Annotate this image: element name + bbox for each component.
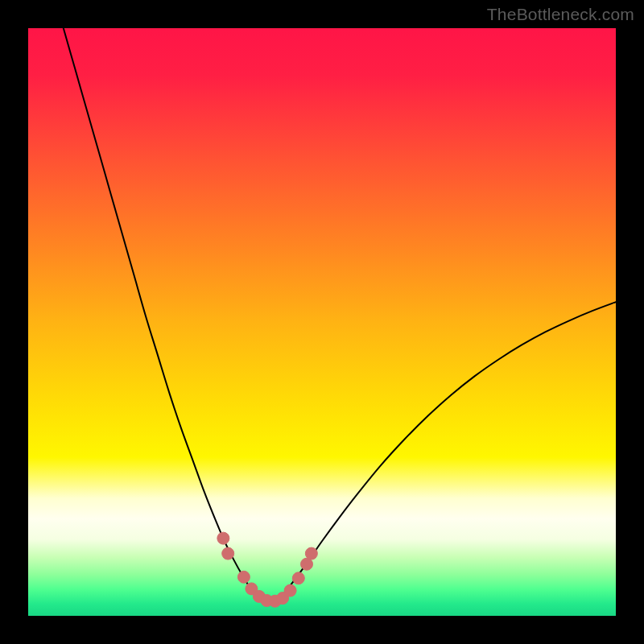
- marker-dot: [305, 547, 317, 559]
- curve-path: [64, 28, 616, 601]
- marker-dot: [217, 532, 229, 544]
- marker-dot: [237, 571, 250, 583]
- marker-dot: [222, 547, 234, 559]
- marker-dot: [284, 584, 296, 597]
- watermark-text: TheBottleneck.com: [487, 5, 634, 24]
- marker-dot: [292, 572, 304, 584]
- chart-curve: [28, 28, 616, 616]
- frame: TheBottleneck.com: [0, 0, 644, 644]
- plot-area: [28, 28, 616, 616]
